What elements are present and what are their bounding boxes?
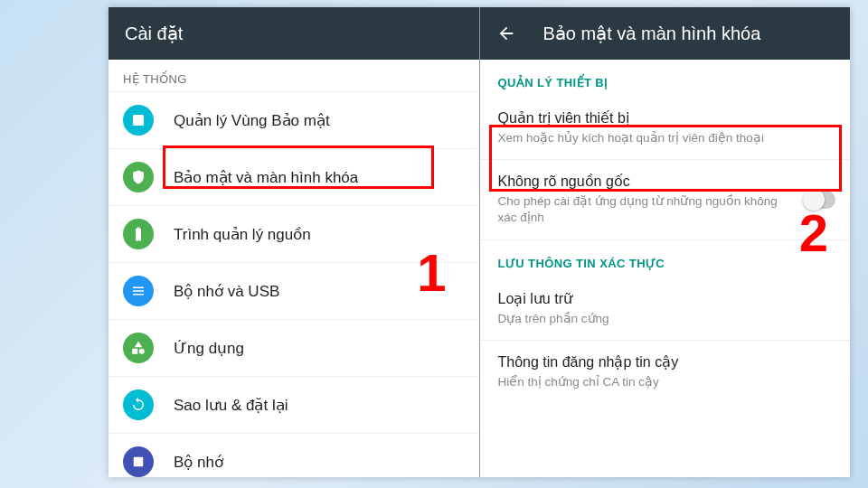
appbar-right: Bảo mật và màn hình khóa [480,7,851,60]
item-security-lock[interactable]: Bảo mật và màn hình khóa [108,148,479,205]
item-storage-type[interactable]: Loại lưu trữ Dựa trên phần cứng [480,277,851,341]
item-trusted-credentials[interactable]: Thông tin đăng nhập tin cậy Hiển thị chứ… [480,341,851,403]
security-settings-list: QUẢN LÝ THIẾT BỊ Quản trị viên thiết bị … [480,60,851,477]
toggle-unknown-sources[interactable] [803,191,835,209]
item-label: Bảo mật và màn hình khóa [174,168,358,187]
setting-subtitle: Dựa trên phần cứng [498,311,833,327]
refresh-icon [123,389,154,420]
setting-subtitle: Hiển thị chứng chỉ CA tin cậy [498,374,833,390]
battery-icon [123,219,154,249]
section-device-management: QUẢN LÝ THIẾT BỊ [480,60,851,97]
item-unknown-sources[interactable]: Không rõ nguồn gốc Cho phép cài đặt ứng … [480,160,851,239]
item-storage-usb[interactable]: Bộ nhớ và USB [108,262,479,319]
section-header-system: HỆ THỐNG [108,60,479,91]
setting-title: Loại lưu trữ [498,290,833,307]
section-credential-storage: LƯU THÔNG TIN XÁC THỰC [480,240,851,277]
settings-panel-left: Cài đặt HỆ THỐNG Quản lý Vùng Bảo mật Bả… [108,7,479,477]
item-apps[interactable]: Ứng dụng [108,319,479,376]
apps-icon [123,333,154,363]
item-label: Ứng dụng [174,339,244,358]
setting-subtitle: Cho phép cài đặt ứng dụng từ những nguồn… [498,193,833,226]
item-label: Sao lưu & đặt lại [174,396,288,415]
setting-title: Thông tin đăng nhập tin cậy [498,353,833,371]
list-icon [123,276,154,306]
item-device-admin[interactable]: Quản trị viên thiết bị Xem hoặc hủy kích… [480,97,851,160]
shield-icon [123,162,154,192]
svg-rect-0 [133,115,144,126]
item-label: Bộ nhớ và USB [174,282,279,301]
item-backup-reset[interactable]: Sao lưu & đặt lại [108,376,479,433]
memory-icon [123,446,154,477]
security-panel-right: Bảo mật và màn hình khóa QUẢN LÝ THIẾT B… [479,7,851,477]
appbar-title: Bảo mật và màn hình khóa [543,23,761,44]
item-memory[interactable]: Bộ nhớ [108,433,479,477]
item-label: Quản lý Vùng Bảo mật [174,111,330,130]
item-label: Bộ nhớ [174,453,223,472]
svg-rect-1 [134,457,144,467]
appbar-title: Cài đặt [125,23,183,44]
appbar-left: Cài đặt [108,7,479,60]
zone-icon [123,105,154,136]
back-icon[interactable] [496,23,516,43]
item-zone-management[interactable]: Quản lý Vùng Bảo mật [108,91,479,148]
settings-list: HỆ THỐNG Quản lý Vùng Bảo mật Bảo mật và… [108,60,479,477]
setting-subtitle: Xem hoặc hủy kích hoạt quản trị viên điệ… [498,130,833,146]
item-label: Trình quản lý nguồn [174,225,311,244]
setting-title: Quản trị viên thiết bị [498,109,833,127]
setting-title: Không rõ nguồn gốc [498,173,833,190]
item-power-manager[interactable]: Trình quản lý nguồn [108,205,479,262]
